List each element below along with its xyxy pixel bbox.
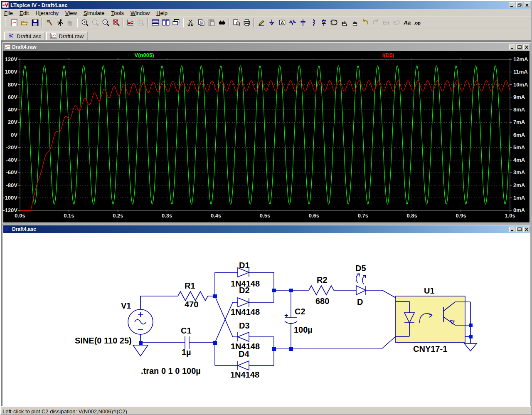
- ltspice-main-window: LTspice IV - Draft4.asc FileEditHierarch…: [0, 0, 532, 415]
- zoom-fit-icon: [137, 19, 145, 27]
- schem-close-button[interactable]: [523, 227, 530, 232]
- capacitor-button[interactable]: [298, 18, 308, 28]
- label-icon: A: [278, 19, 286, 27]
- ltspice-logo-icon: [2, 2, 9, 8]
- zoom-full-extents-button[interactable]: [111, 18, 121, 28]
- menu-view[interactable]: View: [62, 10, 80, 17]
- capacitor-c1[interactable]: [185, 336, 189, 349]
- waveform-window-titlebar[interactable]: Draft4.raw: [3, 43, 530, 51]
- undo-icon: [362, 19, 369, 27]
- left-axis-label: -20V: [6, 144, 18, 151]
- x-axis-label: 0.3s: [162, 212, 172, 219]
- print-preview-button[interactable]: [231, 18, 241, 28]
- optocoupler-u1[interactable]: [396, 296, 465, 343]
- diode-button[interactable]: [318, 18, 329, 28]
- ground-icon: [268, 19, 276, 27]
- print-preview-icon: [233, 19, 240, 27]
- net-label-button[interactable]: A: [277, 18, 287, 28]
- run-button[interactable]: [54, 18, 65, 28]
- paste-icon: [208, 19, 215, 27]
- wave-minimize-button[interactable]: [509, 44, 515, 50]
- diode-d5[interactable]: [356, 286, 366, 295]
- label-c2-value: 100µ: [294, 325, 313, 334]
- text-icon: Aa: [403, 19, 411, 27]
- zoom-back-icon: [91, 19, 99, 27]
- new-schematic-button[interactable]: [9, 18, 19, 28]
- label-d5-ref: D5: [355, 264, 366, 273]
- menu-edit[interactable]: Edit: [16, 10, 32, 17]
- waveform-plot-area[interactable]: 0.0s0.1s0.2s0.3s0.4s0.5s0.6s0.7s0.8s0.9s…: [3, 51, 530, 222]
- inductor-button[interactable]: [308, 18, 318, 28]
- restore-button[interactable]: [516, 2, 523, 8]
- cut-button[interactable]: [185, 18, 196, 28]
- left-axis-label: 0V: [11, 132, 17, 138]
- menu-file[interactable]: File: [1, 10, 16, 17]
- minimize-button[interactable]: [509, 2, 515, 8]
- schem-minimize-button[interactable]: [509, 227, 515, 232]
- label-r2-ref: R2: [317, 275, 328, 284]
- spice-directive-button[interactable]: .op: [412, 18, 422, 28]
- label-tran-directive: .tran 0 1 0 100µ: [141, 366, 201, 375]
- mirror-button: Em: [381, 18, 391, 28]
- menu-hierarchy[interactable]: Hierarchy: [32, 10, 62, 17]
- close-button[interactable]: [524, 2, 530, 8]
- schematic-window-titlebar[interactable]: Draft4.asc: [3, 225, 530, 233]
- tile-horizontally-button[interactable]: [150, 18, 160, 28]
- diode-d3[interactable]: [238, 332, 249, 341]
- menu-simulate[interactable]: Simulate: [80, 10, 108, 17]
- print-button[interactable]: [241, 18, 252, 28]
- copy-button[interactable]: [196, 18, 206, 28]
- diode-d2[interactable]: [238, 298, 249, 307]
- wave-maximize-button[interactable]: [516, 44, 522, 50]
- label-d4-ref: D4: [239, 349, 249, 358]
- component-button[interactable]: [329, 18, 339, 28]
- resistor-icon: [289, 19, 296, 27]
- undo-button[interactable]: [360, 18, 370, 28]
- label-r2-value: 680: [315, 296, 329, 306]
- control-panel-button[interactable]: [44, 18, 54, 28]
- wire-pencil-icon: [258, 19, 265, 27]
- trace-label-right: I(D5): [382, 52, 394, 58]
- menu-window[interactable]: Window: [127, 10, 153, 17]
- schem-maximize-button[interactable]: [516, 227, 522, 232]
- hammer-icon: [46, 19, 53, 27]
- halt-hand-icon: [66, 19, 74, 27]
- save-button[interactable]: [30, 18, 40, 28]
- resistor-r1[interactable]: [174, 291, 215, 301]
- zoom-in-button[interactable]: [79, 18, 90, 28]
- cascade-windows-button[interactable]: [171, 18, 181, 28]
- tab-draft4.raw[interactable]: Draft4.raw: [46, 32, 88, 40]
- wave-close-button[interactable]: [523, 44, 530, 50]
- label-v1-ref: V1: [121, 301, 131, 310]
- tab-draft4.asc[interactable]: Draft4.asc: [4, 32, 45, 40]
- menu-tools[interactable]: Tools: [108, 10, 127, 17]
- text-button[interactable]: Aa: [401, 18, 412, 28]
- zoom-in-icon: [81, 19, 89, 27]
- ground-button[interactable]: [266, 18, 277, 28]
- window-titlebar: LTspice IV - Draft4.asc: [1, 1, 531, 9]
- menu-help[interactable]: Help: [153, 10, 171, 17]
- diode-d4[interactable]: [238, 361, 249, 370]
- autorange-icon: [127, 19, 134, 27]
- resistor-button[interactable]: [287, 18, 298, 28]
- draft-wire-button[interactable]: [256, 18, 266, 28]
- open-button[interactable]: [19, 18, 30, 28]
- left-axis-label: -80V: [6, 182, 18, 188]
- spice-directive-icon: .op: [414, 19, 421, 27]
- drag-button[interactable]: [350, 18, 360, 28]
- paste-button: [206, 18, 217, 28]
- resistor-r2[interactable]: [309, 286, 356, 295]
- schematic-canvas[interactable]: V1 SINE(0 110 25) R1 470 C1 1µ D1 1N4148…: [3, 233, 530, 406]
- find-button[interactable]: [217, 18, 227, 28]
- right-axis-label: 5mA: [513, 144, 525, 151]
- left-axis-label: -120V: [3, 207, 17, 213]
- move-button[interactable]: [339, 18, 350, 28]
- right-axis-label: 7mA: [513, 119, 525, 125]
- find-icon: [218, 19, 226, 27]
- new-schematic-icon: [10, 19, 18, 27]
- tile-vertically-button[interactable]: [160, 18, 171, 28]
- zoom-out-button[interactable]: [100, 18, 111, 28]
- mirror-icon: Em: [382, 19, 390, 27]
- left-axis-label: 120V: [5, 56, 18, 62]
- autorange-y-axis-button[interactable]: [125, 18, 135, 28]
